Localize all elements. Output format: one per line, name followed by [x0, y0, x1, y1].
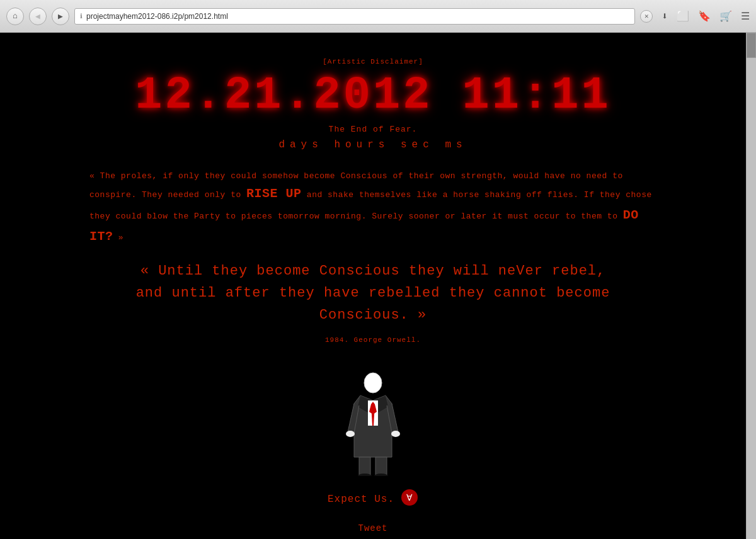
- anon-svg: [341, 369, 404, 476]
- main-quote-block: « Until they become Conscious they will …: [89, 260, 656, 327]
- countdown-display: 12.21.2012 11:11: [135, 73, 610, 118]
- end-of-fear-text: The End of Fear.: [329, 125, 418, 134]
- svg-point-0: [364, 373, 382, 393]
- main-quote-line1: « Until they become Conscious they will …: [89, 260, 656, 282]
- svg-text:∀: ∀: [406, 493, 413, 502]
- svg-point-5: [391, 431, 400, 437]
- orwell-credit: 1984. George Orwell.: [325, 336, 421, 344]
- forward-button[interactable]: ▶: [52, 8, 69, 25]
- tab-close-button[interactable]: ✕: [640, 10, 653, 23]
- anon-small-icon: ∀: [401, 489, 418, 511]
- scrollbar[interactable]: [746, 33, 756, 539]
- svg-point-4: [346, 431, 355, 437]
- scrollbar-thumb[interactable]: [747, 33, 756, 58]
- lock-icon: ℹ: [80, 13, 83, 20]
- window-icon[interactable]: ⬜: [677, 10, 689, 23]
- do-it-text: DO IT?: [89, 208, 639, 244]
- countdown-labels: days hours sec ms: [278, 139, 467, 150]
- rise-up-text: RISE UP: [246, 186, 302, 201]
- paragraph-quote-block: « The proles, if only they could somehow…: [89, 169, 656, 247]
- anonymous-figure: [341, 369, 404, 476]
- svg-rect-6: [359, 457, 370, 475]
- download-icon[interactable]: ⬇: [662, 10, 668, 23]
- cart-icon[interactable]: 🛒: [719, 10, 732, 23]
- browser-actions: ⬇ ⬜ 🔖 🛒 ☰: [662, 10, 750, 23]
- artistic-disclaimer: [Artistic Disclaimer]: [323, 58, 423, 65]
- expect-us-text: Expect Us.: [328, 494, 394, 505]
- page-content: [Artistic Disclaimer] 12.21.2012 11:11 T…: [0, 33, 746, 539]
- bookmark-icon[interactable]: 🔖: [698, 10, 711, 23]
- tweet-link[interactable]: Tweet: [358, 523, 387, 533]
- home-button[interactable]: ⌂: [6, 8, 24, 25]
- url-text: projectmayhem2012-086.i2p/pm2012.html: [86, 12, 228, 21]
- menu-icon[interactable]: ☰: [741, 10, 750, 23]
- back-button[interactable]: ◀: [29, 8, 47, 25]
- browser-chrome: ⌂ ◀ ▶ ℹ projectmayhem2012-086.i2p/pm2012…: [0, 0, 756, 33]
- main-quote-line2: and until after they have rebelled they …: [89, 282, 656, 326]
- paragraph-quote-text: « The proles, if only they could somehow…: [89, 171, 652, 242]
- svg-rect-7: [375, 457, 387, 475]
- expect-us-section: Expect Us. ∀: [328, 489, 418, 511]
- address-bar[interactable]: ℹ projectmayhem2012-086.i2p/pm2012.html: [74, 8, 635, 25]
- page-wrapper: [Artistic Disclaimer] 12.21.2012 11:11 T…: [0, 33, 756, 539]
